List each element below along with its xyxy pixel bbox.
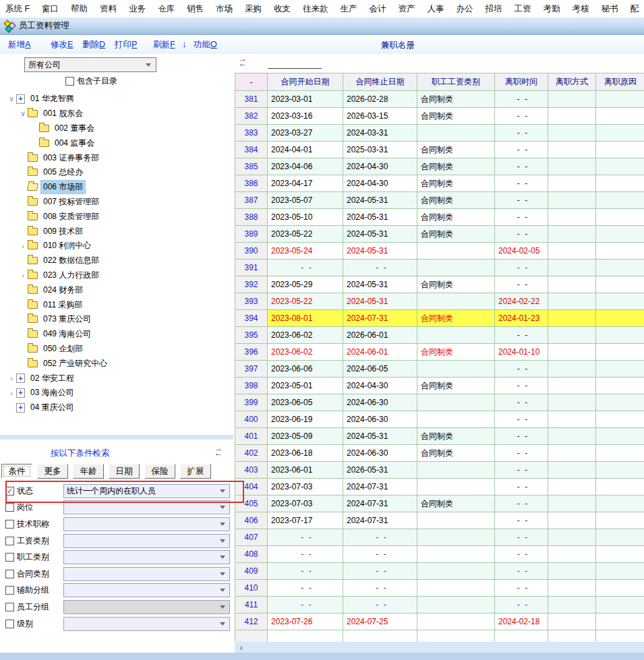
row-number-cell[interactable]: 412 xyxy=(235,613,268,630)
table-cell[interactable]: 合同制类 xyxy=(417,91,495,108)
table-cell[interactable]: 2023-03-16 xyxy=(268,108,343,125)
table-cell[interactable]: - - xyxy=(268,529,343,546)
table-cell[interactable] xyxy=(596,344,644,361)
tree-item[interactable]: 004 监事会 xyxy=(1,136,232,150)
table-cell[interactable]: 合同制类 xyxy=(417,175,495,192)
table-row[interactable]: 3932023-05-222024-05-312024-02-22 xyxy=(235,293,644,310)
table-cell[interactable]: 2024-07-31 xyxy=(343,512,417,529)
table-cell[interactable] xyxy=(596,91,644,108)
edit-button[interactable]: 修改E xyxy=(51,39,73,51)
table-cell[interactable]: 合同制类 xyxy=(417,276,495,293)
table-cell[interactable] xyxy=(596,361,644,378)
table-cell[interactable]: - - xyxy=(495,462,548,479)
expand-icon[interactable]: › xyxy=(18,242,28,250)
table-cell[interactable] xyxy=(548,546,596,563)
table-row[interactable]: 3922023-05-292024-05-31合同制类- - xyxy=(235,276,644,293)
table-cell[interactable] xyxy=(596,445,644,462)
menu-item[interactable]: 办公 xyxy=(457,3,473,15)
table-cell[interactable] xyxy=(548,462,596,479)
refresh-button[interactable]: 刷新F xyxy=(153,39,175,51)
collapse-icon[interactable]: ∨ xyxy=(18,109,28,118)
row-number-cell[interactable]: 389 xyxy=(235,226,268,243)
tree-item[interactable]: 049 海南公司 xyxy=(1,327,232,342)
tree-item[interactable]: 024 财务部 xyxy=(1,282,232,297)
column-header[interactable]: 合同终止日期 xyxy=(343,73,417,91)
table-cell[interactable] xyxy=(417,125,495,142)
table-cell[interactable]: - - xyxy=(495,428,548,445)
swap-icon[interactable]: →← xyxy=(239,57,247,66)
table-cell[interactable]: - - xyxy=(495,512,548,529)
table-cell[interactable]: 合同制类 xyxy=(417,192,495,209)
table-cell[interactable]: - - xyxy=(495,327,548,344)
table-cell[interactable]: - - xyxy=(495,394,548,411)
table-cell[interactable]: 2023-05-29 xyxy=(268,276,343,293)
table-cell[interactable]: - - xyxy=(268,546,343,563)
table-cell[interactable]: - - xyxy=(495,580,548,597)
menu-item[interactable]: 收支 xyxy=(274,3,291,15)
filter-dropdown[interactable] xyxy=(63,550,230,564)
company-select[interactable]: 所有公司 xyxy=(24,57,156,72)
table-cell[interactable] xyxy=(417,563,495,580)
table-cell[interactable]: - - xyxy=(495,546,548,563)
table-cell[interactable]: - - xyxy=(495,158,548,175)
table-cell[interactable]: 2024-05-31 xyxy=(343,428,417,445)
table-cell[interactable]: 2023-05-07 xyxy=(268,192,343,209)
table-cell[interactable] xyxy=(596,428,644,445)
table-cell[interactable] xyxy=(417,597,495,613)
print-button[interactable]: 打印P xyxy=(115,39,137,51)
table-cell[interactable]: 2023-05-09 xyxy=(268,428,343,445)
row-number-cell[interactable]: 409 xyxy=(235,563,268,580)
table-cell[interactable] xyxy=(548,597,596,613)
table-cell[interactable]: - - xyxy=(495,496,548,512)
table-cell[interactable] xyxy=(596,580,644,597)
include-subdir-checkbox[interactable] xyxy=(65,77,74,86)
table-cell[interactable] xyxy=(596,209,644,226)
table-cell[interactable] xyxy=(548,512,596,529)
table-cell[interactable]: - - xyxy=(495,192,548,209)
filter-tab[interactable]: 日期 xyxy=(109,464,140,479)
table-cell[interactable] xyxy=(596,613,644,630)
table-cell[interactable]: 2024-03-31 xyxy=(343,125,417,142)
table-cell[interactable]: 2024-05-31 xyxy=(343,192,417,209)
row-number-cell[interactable]: 405 xyxy=(235,496,268,512)
table-cell[interactable]: 2024-04-30 xyxy=(343,175,417,192)
column-header[interactable]: 离职方式 xyxy=(548,73,596,91)
column-header[interactable]: - xyxy=(235,73,268,91)
table-cell[interactable]: - - xyxy=(495,597,548,613)
table-row[interactable]: 4002023-06-192024-06-30- - xyxy=(235,411,644,428)
horizontal-scrollbar[interactable]: ‹ xyxy=(235,642,644,653)
filter-tab[interactable]: 年龄 xyxy=(73,464,104,479)
row-number-cell[interactable]: 407 xyxy=(235,529,268,546)
row-number-cell[interactable]: 396 xyxy=(235,344,268,361)
table-cell[interactable] xyxy=(417,613,495,630)
table-cell[interactable]: 2023-07-26 xyxy=(268,613,343,630)
table-cell[interactable] xyxy=(548,529,596,546)
table-cell[interactable] xyxy=(596,462,644,479)
table-row[interactable]: 391- -- -- - xyxy=(235,260,644,276)
table-row[interactable]: 408- -- -- - xyxy=(235,546,644,563)
table-row[interactable]: 3882023-05-102024-05-31合同制类- - xyxy=(235,209,644,226)
table-cell[interactable]: - - xyxy=(495,361,548,378)
table-cell[interactable]: 2024-06-30 xyxy=(343,445,417,462)
table-cell[interactable] xyxy=(417,462,495,479)
table-row[interactable]: 3822023-03-162026-03-15合同制类- - xyxy=(235,108,644,125)
table-cell[interactable]: 2024-05-31 xyxy=(343,276,417,293)
table-cell[interactable] xyxy=(417,327,495,344)
table-cell[interactable] xyxy=(596,394,644,411)
filter-checkbox[interactable]: ✓ xyxy=(5,487,14,496)
tree-item[interactable]: +04 重庆公司 xyxy=(1,400,232,415)
table-cell[interactable] xyxy=(596,192,644,209)
table-row[interactable]: 3952023-06-022026-06-01- - xyxy=(235,327,644,344)
tree-item[interactable]: 005 总经办 xyxy=(1,165,232,180)
row-number-cell[interactable]: 406 xyxy=(235,512,268,529)
table-cell[interactable] xyxy=(548,91,596,108)
table-cell[interactable]: 2023-06-19 xyxy=(268,411,343,428)
table-cell[interactable] xyxy=(596,243,644,260)
menu-item[interactable]: 考核 xyxy=(573,3,589,15)
menu-item[interactable]: 销售 xyxy=(187,3,204,15)
table-cell[interactable]: - - xyxy=(495,142,548,158)
table-cell[interactable] xyxy=(596,226,644,243)
row-number-cell[interactable]: 397 xyxy=(235,361,268,378)
row-number-cell[interactable]: 395 xyxy=(235,327,268,344)
table-cell[interactable] xyxy=(417,529,495,546)
